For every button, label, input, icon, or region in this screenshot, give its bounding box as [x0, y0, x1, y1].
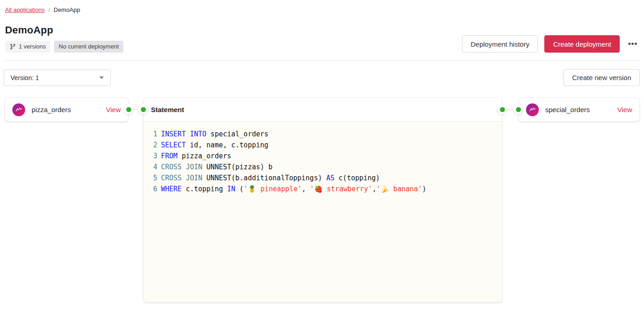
- page-title: DemoApp: [5, 24, 123, 36]
- code-token-kw: FROM: [161, 151, 177, 162]
- versions-badge-label: 1 versions: [19, 43, 46, 50]
- code-token-plain: c(topping): [334, 173, 380, 183]
- code-token-str: '🍍 pineapple': [244, 183, 302, 194]
- statement-title: Statement: [151, 106, 184, 113]
- git-branch-icon: [10, 43, 16, 50]
- connection-dot: [513, 104, 523, 114]
- sink-node-special-orders: special_orders View: [518, 97, 640, 122]
- code-token-kw: WHERE: [161, 183, 182, 194]
- breadcrumb-separator: /: [48, 6, 50, 13]
- more-options-icon[interactable]: •••: [626, 35, 639, 53]
- version-select-value: Version: 1: [11, 74, 39, 81]
- code-line: 5CROSS JOIN UNNEST(b.additionalToppings)…: [152, 173, 494, 183]
- pipeline-canvas: pizza_orders View Statement 1INSERT INTO…: [0, 97, 644, 313]
- version-toolbar: Version: 1 Create new version: [0, 61, 644, 86]
- code-line: 6WHERE c.topping IN ('🍍 pineapple', '🍓 s…: [152, 183, 494, 194]
- source-view-link[interactable]: View: [106, 106, 121, 113]
- code-token-plain: id, name, c.topping: [186, 140, 268, 151]
- code-line: 1INSERT INTO special_orders: [152, 129, 494, 140]
- header-badges: 1 versions No current deployment: [5, 41, 123, 53]
- code-token-join: CROSS JOIN: [161, 173, 202, 183]
- code-token-str: '🍓 strawberry': [310, 183, 372, 194]
- header-actions: Deployment history Create deployment •••: [462, 35, 639, 53]
- chevron-down-icon: [99, 76, 104, 79]
- code-token-join: CROSS JOIN: [161, 162, 202, 173]
- code-token-plain: special_orders: [206, 129, 268, 140]
- code-token-kw: AS: [326, 173, 334, 183]
- connection-dot-core: [141, 107, 146, 112]
- connection-dot: [497, 104, 507, 114]
- code-token-kw: INSERT INTO: [161, 129, 206, 140]
- line-number: 5: [152, 173, 157, 183]
- connection-dot-core: [500, 107, 505, 112]
- line-number: 6: [152, 183, 157, 194]
- sink-view-link[interactable]: View: [617, 106, 632, 113]
- statement-node: Statement 1INSERT INTO special_orders2SE…: [143, 97, 502, 302]
- source-stream-name: pizza_orders: [32, 106, 100, 113]
- connection-dot-core: [516, 107, 521, 112]
- line-number: 3: [152, 151, 157, 162]
- source-node-pizza-orders: pizza_orders View: [5, 97, 129, 122]
- code-token-plain: (: [236, 183, 244, 194]
- page-header-left: DemoApp 1 versions No current deployment: [5, 24, 123, 53]
- deployment-status-badge: No current deployment: [54, 41, 123, 53]
- sink-stream-name: special_orders: [545, 106, 611, 113]
- code-block: 1INSERT INTO special_orders2SELECT id, n…: [144, 122, 502, 302]
- code-token-plain: ,: [302, 183, 310, 194]
- code-line: 2SELECT id, name, c.topping: [152, 140, 494, 151]
- code-token-plain: ,: [372, 183, 376, 194]
- connection-dot: [138, 104, 148, 114]
- breadcrumb-current: DemoApp: [54, 6, 80, 13]
- breadcrumb-link-all-applications[interactable]: All applications: [5, 6, 45, 13]
- breadcrumb: All applications / DemoApp: [0, 0, 644, 13]
- connection-dot-core: [126, 107, 131, 112]
- page-header: DemoApp 1 versions No current deployment…: [0, 13, 644, 53]
- code-token-str: '🍌 banana': [376, 183, 422, 194]
- code-line: 3FROM pizza_orders: [152, 151, 494, 162]
- create-new-version-button[interactable]: Create new version: [564, 69, 640, 86]
- code-token-kw: SELECT: [161, 140, 186, 151]
- deployment-history-button[interactable]: Deployment history: [462, 35, 538, 53]
- code-token-plain: c.topping: [182, 183, 227, 194]
- line-number: 4: [152, 162, 157, 173]
- line-number: 1: [152, 129, 157, 140]
- connection-dot: [123, 104, 134, 114]
- versions-badge: 1 versions: [5, 41, 50, 53]
- code-token-plain: pizza_orders: [177, 151, 231, 162]
- code-token-kw: IN: [227, 183, 236, 194]
- code-token-plain: UNNEST(pizzas) b: [202, 162, 273, 173]
- version-select[interactable]: Version: 1: [4, 70, 111, 86]
- code-line: 4CROSS JOIN UNNEST(pizzas) b: [152, 162, 494, 173]
- code-token-plain: UNNEST(b.additionalToppings): [202, 173, 326, 183]
- line-number: 2: [152, 140, 157, 151]
- stream-icon: [526, 103, 539, 116]
- code-token-plain: ): [422, 183, 426, 194]
- statement-header: Statement: [144, 98, 502, 122]
- create-deployment-button[interactable]: Create deployment: [544, 35, 620, 53]
- stream-icon: [12, 103, 25, 116]
